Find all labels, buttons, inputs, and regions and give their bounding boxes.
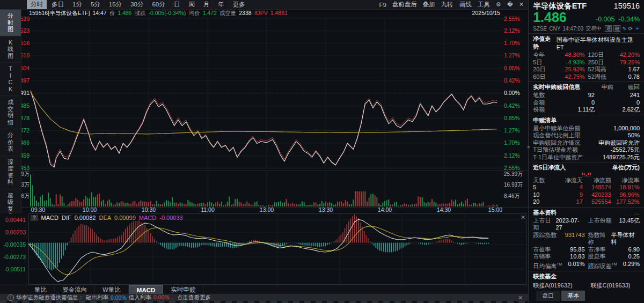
sidebar-item-成交明细[interactable]: 成交明细 (0, 96, 21, 129)
toolbar-item-九转[interactable]: 九转 (441, 1, 453, 9)
basic-section-header: 基本资料 … (529, 207, 644, 217)
period-tab-多日[interactable]: 多日 (48, 0, 68, 9)
realtime-cols: 申购 赎回 (601, 83, 640, 91)
gear-icon[interactable]: ⚙ (496, 1, 501, 8)
svg-text:2.12%: 2.12% (504, 27, 520, 34)
flow-table: 天数净流天净流额净流率5414857418.91%10942023396.96%… (529, 177, 644, 206)
toolbar-item-画线[interactable]: 画线 (459, 1, 472, 9)
period-tab-60分[interactable]: 60分 (148, 0, 169, 9)
nav-label: 120日 (588, 51, 604, 59)
svg-text:-0.00273: -0.00273 (4, 254, 26, 260)
toolbar-item-F9[interactable]: F9 (379, 2, 386, 8)
close-icon[interactable]: ✕ (521, 214, 525, 221)
toolbar-item-盘前盘后[interactable]: 盘前盘后 (392, 1, 417, 9)
basic-value: 13.45亿 (619, 217, 640, 225)
status-bar[interactable]: i 华泰证券融券通供需信息： 融出利率 0.00% 借入利率 0.00%， 点击… (0, 294, 528, 301)
link-fund-items: 联接A(019632)联接C(019633) (529, 281, 644, 290)
svg-text:14:30: 14:30 (437, 206, 451, 213)
quote-name-code: 159516[半导体设备ETF] (29, 10, 90, 16)
netflow-title: 近5日净流入 (533, 164, 566, 172)
svg-text:11:00: 11:00 (201, 206, 215, 213)
basic-label: 跟踪误差TM (588, 261, 617, 270)
status-text: 华泰证券融券通供需信息： (16, 294, 84, 301)
volume-label: 成交量 (219, 10, 237, 16)
period-tab-1分[interactable]: 1分 (69, 0, 86, 9)
list-row: T日预估现金差额-2552.75元 (529, 146, 644, 154)
list-label: T日预估现金差额 (533, 146, 578, 154)
change-label: 涨跌 (134, 10, 145, 16)
svg-text:1.27%: 1.27% (504, 127, 520, 134)
flow-cell: 9 (554, 191, 583, 199)
link-funds-title: 联接基金 (533, 272, 557, 280)
period-tab-5分[interactable]: 5分 (87, 0, 104, 9)
refresh-icon[interactable]: ⟳ (628, 26, 633, 32)
close-icon[interactable]: ✕ (518, 294, 523, 301)
sidebar-item-K线图[interactable]: K线图 (0, 36, 21, 63)
period-tab-月[interactable]: 月 (200, 0, 214, 9)
nav-value: 79.25% (620, 59, 640, 66)
nav-label: 20日 (533, 66, 545, 73)
toolbar-item-叠加[interactable]: 叠加 (423, 1, 435, 9)
link-fund[interactable]: 联接C(019633) (591, 282, 631, 289)
borrow-rate-label: 借入利率 (129, 294, 151, 301)
flow-table-header: 天数净流天净流额净流率 (529, 177, 644, 184)
period-tab-更多[interactable]: 更多 (229, 0, 249, 9)
flow-cell: 177.52% (611, 198, 640, 206)
svg-text:0.85%: 0.85% (504, 115, 520, 121)
period-tab-15分[interactable]: 15分 (105, 0, 126, 9)
collapse-panel-icon[interactable]: » (527, 144, 530, 150)
macd-chart[interactable]: 0.004410.00203-0.00035-0.00273-0.00511 (0, 213, 528, 285)
svg-text:1.516: 1.516 (21, 40, 30, 46)
sidebar-item-分时图[interactable]: 分时图 (0, 10, 21, 36)
bottom-ticker-strip (0, 301, 528, 303)
period-tab-年[interactable]: 年 (214, 0, 228, 9)
toolbar-item-工具[interactable]: 工具 (478, 1, 490, 9)
svg-text:13:00: 13:00 (260, 206, 274, 213)
indicator-tab-实时申赎[interactable]: 实时申赎 (163, 285, 203, 294)
market-status: 交易中 (586, 25, 602, 32)
dif-line (28, 219, 488, 282)
add-icon[interactable]: ＋ (634, 25, 640, 32)
timeshare-chart[interactable]: 1.5292.55%1.5232.12%1.5161.70%1.5101.27%… (21, 16, 528, 213)
netflow-bar-chart[interactable]: 473159-303344610-9-1804710-104336310-134… (529, 172, 644, 177)
period-tab-周[interactable]: 周 (185, 0, 199, 9)
indicator-tab-资金流向[interactable]: 资金流向 (55, 285, 95, 294)
basic-info-rows: 上市日期2023-07-27上市份额13.45亿跟踪指数931743指数简称半导… (529, 217, 644, 270)
svg-text:2.55%: 2.55% (504, 16, 520, 22)
sidebar-item-超级复盘[interactable]: 超级复盘 (0, 189, 21, 214)
close-icon[interactable]: ✕ (519, 1, 524, 8)
nav-title: 净值走势 (533, 35, 557, 51)
flow-cell: 5 (533, 184, 554, 191)
indicator-tab-量比[interactable]: 量比 (27, 285, 55, 294)
quote-timestamp: 14:47:03 (562, 26, 583, 32)
help-icon[interactable]: � (507, 1, 513, 8)
period-tab-分时[interactable]: 分时 (27, 0, 47, 9)
flow-col-天数: 天数 (533, 177, 554, 184)
basic-value: 10.83 (570, 253, 585, 261)
lend-rate-label: 融出利率 (86, 294, 108, 301)
link-fund[interactable]: 联接A(019632) (533, 282, 572, 289)
period-tab-30分[interactable]: 30分 (127, 0, 147, 9)
flag-icons: 通融✎⟳＋ (605, 25, 640, 32)
basic-label: 上市日期 (533, 217, 555, 232)
basic-label: 跟踪指数 (533, 232, 557, 239)
period-tab-日[interactable]: 日 (170, 0, 184, 9)
indicator-tab-MACD[interactable]: MACD (129, 285, 164, 294)
panel-tab-盘口[interactable]: 盘口 (536, 291, 560, 301)
basic-label: 市净率 (588, 246, 606, 254)
more-icon[interactable]: … (634, 209, 640, 216)
status-more-link[interactable]: 点击查看更多 (177, 294, 211, 301)
panel-tab-基本[interactable]: 基本 (561, 291, 585, 301)
sidebar-item-深度资料[interactable]: 深度资料 (0, 156, 21, 189)
edit-icon[interactable]: ✎ (622, 26, 626, 32)
nav-row: 5日-4.93%250日79.25% (529, 59, 644, 66)
more-icon[interactable]: … (634, 117, 640, 123)
indicator-tab-W量比[interactable]: W量比 (95, 285, 129, 294)
sidebar-item-TICK[interactable]: TICK (0, 63, 21, 96)
toolbar-actions: F9盘前盘后叠加九转画线工具⚙�✕ (379, 1, 528, 9)
nav-label: 250日 (588, 59, 604, 66)
macd-panel: 0.004410.00203-0.00035-0.00273-0.00511 ?… (0, 213, 528, 285)
help-icon[interactable]: ? (31, 215, 38, 221)
sidebar-item-分价表[interactable]: 分价表 (0, 129, 21, 156)
basic-value: 0.25 (628, 253, 640, 261)
